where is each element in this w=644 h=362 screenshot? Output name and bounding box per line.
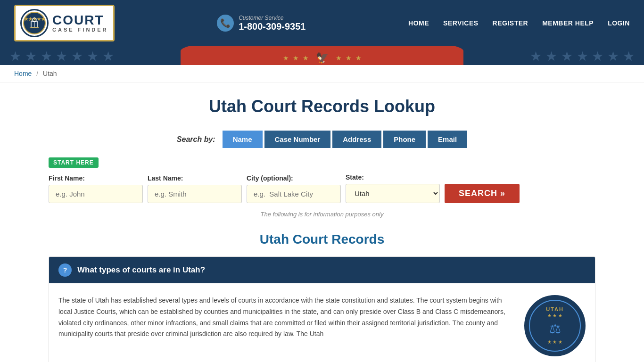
logo-emblem: ★★★★★ xyxy=(20,9,49,37)
cs-phone: 1-800-309-9351 xyxy=(239,21,305,32)
nav-home[interactable]: HOME xyxy=(408,19,429,27)
last-name-group: Last Name: xyxy=(148,174,242,203)
first-name-label: First Name: xyxy=(49,174,143,182)
breadcrumb-current: Utah xyxy=(43,70,57,77)
section-title: Utah Court Records xyxy=(49,232,595,247)
eagle-area: ★ ★ ★ 🦅 ★ ★ ★ xyxy=(283,52,362,64)
tab-phone[interactable]: Phone xyxy=(383,131,426,148)
search-form: First Name: Last Name: City (optional): … xyxy=(49,173,595,203)
accordion-title: What types of courts are in Utah? xyxy=(77,265,205,275)
tab-case-number[interactable]: Case Number xyxy=(264,131,331,148)
stars-left: ★ ★ ★ xyxy=(283,54,309,62)
cs-label: Customer Service xyxy=(239,15,305,21)
utah-seal-inner: UTAH ★ ★ ★ ⚖ ★ ★ ★ xyxy=(529,300,581,352)
site-header: ★★★★★ COURT CASE FINDER 📞 Customer Servi… xyxy=(0,0,644,46)
eagle-icon: 🦅 xyxy=(316,52,329,64)
tab-name[interactable]: Name xyxy=(223,131,263,148)
search-button[interactable]: SEARCH » xyxy=(445,184,520,203)
city-input[interactable] xyxy=(247,185,341,203)
state-select[interactable]: AlabamaAlaskaArizonaArkansas CaliforniaC… xyxy=(346,184,440,203)
search-tabs: Search by: Name Case Number Address Phon… xyxy=(49,131,595,148)
page-title: Utah Court Records Lookup xyxy=(49,97,595,116)
utah-seal: UTAH ★ ★ ★ ⚖ ★ ★ ★ xyxy=(524,295,586,356)
breadcrumb-separator: / xyxy=(36,70,38,77)
nav-login[interactable]: LOGIN xyxy=(608,19,630,27)
info-note: The following is for information purpose… xyxy=(49,211,595,218)
logo-sub-text: CASE FINDER xyxy=(52,27,108,33)
logo-court-text: COURT xyxy=(52,14,104,27)
logo-area: ★★★★★ COURT CASE FINDER xyxy=(14,5,115,41)
start-here-badge: START HERE xyxy=(49,157,99,168)
tab-address[interactable]: Address xyxy=(332,131,381,148)
state-group: State: AlabamaAlaskaArizonaArkansas Cali… xyxy=(346,173,440,203)
search-by-label: Search by: xyxy=(177,135,215,144)
utah-seal-stars: ★ ★ ★ xyxy=(547,313,563,318)
first-name-input[interactable] xyxy=(49,185,143,203)
stars-banner: ★ ★ ★ ★ ★ ★ ★ ★ ★ ★ ★ ★ ★ ★ ★ ★ ★ 🦅 ★ ★ … xyxy=(0,46,644,65)
logo-text-block: COURT CASE FINDER xyxy=(52,14,108,33)
nav-member-help[interactable]: MEMBER HELP xyxy=(542,19,594,27)
svg-text:★★★★★: ★★★★★ xyxy=(24,16,46,22)
tab-email[interactable]: Email xyxy=(428,131,467,148)
accordion-body: The state of Utah has established severa… xyxy=(49,283,595,362)
scales-icon: ⚖ xyxy=(549,321,561,337)
city-label: City (optional): xyxy=(247,174,341,182)
phone-icon: 📞 xyxy=(217,15,234,32)
accordion-header[interactable]: ? What types of courts are in Utah? xyxy=(49,257,595,283)
breadcrumb: Home / Utah xyxy=(0,65,644,82)
city-group: City (optional): xyxy=(247,174,341,203)
last-name-input[interactable] xyxy=(148,185,242,203)
stars-banner-inner: ★ ★ ★ 🦅 ★ ★ ★ xyxy=(0,46,644,65)
last-name-label: Last Name: xyxy=(148,174,242,182)
nav-services[interactable]: SERVICES xyxy=(443,19,479,27)
utah-seal-stars-bottom: ★ ★ ★ xyxy=(547,339,563,345)
accordion-text: The state of Utah has established severa… xyxy=(58,295,515,356)
state-label: State: xyxy=(346,173,440,181)
logo-box: ★★★★★ COURT CASE FINDER xyxy=(14,5,115,41)
main-content: Utah Court Records Lookup Search by: Nam… xyxy=(39,82,605,362)
cs-text-block: Customer Service 1-800-309-9351 xyxy=(239,15,305,32)
breadcrumb-home-link[interactable]: Home xyxy=(14,70,32,77)
accordion: ? What types of courts are in Utah? The … xyxy=(49,256,595,362)
search-section: Search by: Name Case Number Address Phon… xyxy=(49,131,595,218)
customer-service: 📞 Customer Service 1-800-309-9351 xyxy=(217,15,305,32)
main-nav: HOME SERVICES REGISTER MEMBER HELP LOGIN xyxy=(408,19,630,27)
question-icon: ? xyxy=(58,263,72,277)
first-name-group: First Name: xyxy=(49,174,143,203)
utah-seal-text: UTAH xyxy=(546,306,564,312)
stars-right: ★ ★ ★ xyxy=(336,54,362,62)
nav-register[interactable]: REGISTER xyxy=(493,19,528,27)
